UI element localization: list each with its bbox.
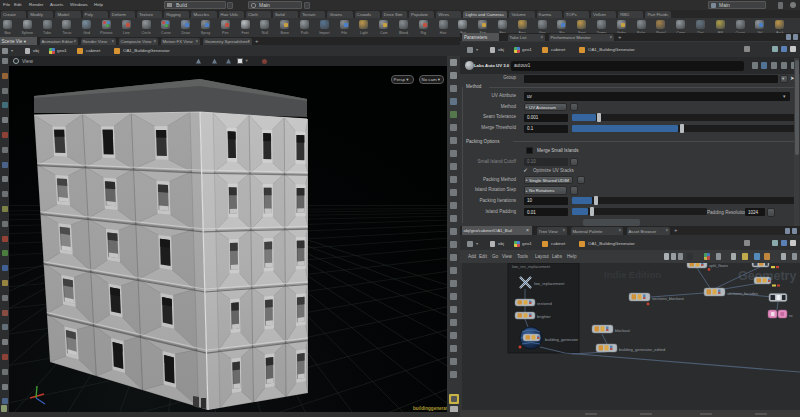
svg-text:sections_blockout: sections_blockout <box>652 296 685 301</box>
svg-text:Indie Edition: Indie Edition <box>604 269 661 280</box>
svg-text:sections_facades: sections_facades <box>727 291 758 296</box>
svg-text:building_generator: building_generator <box>545 337 579 342</box>
svg-text:blockout: blockout <box>615 328 631 333</box>
svg-text:building_generator_edited: building_generator_edited <box>619 347 665 352</box>
svg-text:brighter: brighter <box>537 314 551 319</box>
svg-text:split_floors: split_floors <box>709 263 728 268</box>
svg-text:restored: restored <box>537 301 552 306</box>
svg-text:low_replacement: low_replacement <box>534 281 565 286</box>
svg-text:low_res_replacement: low_res_replacement <box>512 264 551 269</box>
